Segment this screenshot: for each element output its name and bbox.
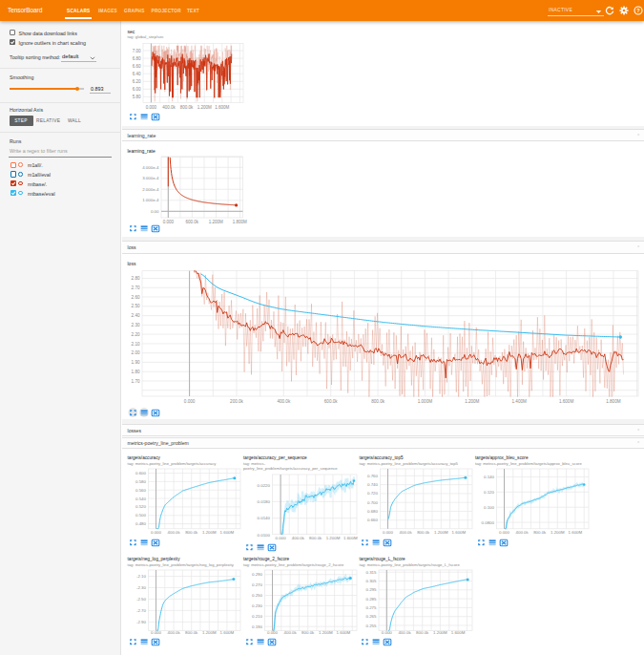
svg-text:0.660: 0.660 <box>367 518 379 522</box>
svg-text:1.200M: 1.200M <box>202 529 217 534</box>
svg-text:0.120: 0.120 <box>484 489 495 494</box>
svg-text:3.000e-4: 3.000e-4 <box>142 176 159 180</box>
svg-text:0.520: 0.520 <box>135 504 147 509</box>
svg-text:1.200M: 1.200M <box>551 529 565 534</box>
svg-text:0.295: 0.295 <box>366 587 378 592</box>
svg-text:0.315: 0.315 <box>366 569 378 574</box>
svg-text:0.480: 0.480 <box>135 521 147 526</box>
svg-text:0.250: 0.250 <box>252 593 263 598</box>
svg-text:0.000: 0.000 <box>184 399 196 404</box>
svg-text:6.20: 6.20 <box>133 79 141 84</box>
svg-text:1.600M: 1.600M <box>452 529 467 534</box>
svg-text:0.000: 0.000 <box>151 630 162 635</box>
svg-text:2.000e-4: 2.000e-4 <box>142 187 159 192</box>
svg-text:6.60: 6.60 <box>133 64 141 69</box>
svg-text:1.600M: 1.600M <box>559 399 573 404</box>
svg-text:600.0k: 600.0k <box>186 220 199 224</box>
svg-text:0.00: 0.00 <box>151 209 159 214</box>
svg-text:1.600M: 1.600M <box>336 630 350 635</box>
svg-text:7.00: 7.00 <box>133 49 141 53</box>
svg-text:2.80: 2.80 <box>132 276 140 281</box>
svg-text:1.600M: 1.600M <box>451 630 466 635</box>
svg-text:0.000: 0.000 <box>146 105 157 110</box>
svg-text:0.305: 0.305 <box>366 579 378 583</box>
svg-text:1.200M: 1.200M <box>209 220 223 224</box>
svg-text:800.0k: 800.0k <box>416 630 429 635</box>
svg-text:4.000e-4: 4.000e-4 <box>142 165 159 170</box>
svg-text:800.0k: 800.0k <box>371 399 384 404</box>
svg-text:1.600M: 1.600M <box>215 105 229 110</box>
svg-text:800.0k: 800.0k <box>185 529 198 534</box>
svg-text:0.680: 0.680 <box>367 509 379 514</box>
svg-text:800.0k: 800.0k <box>185 630 198 635</box>
svg-text:-2.30: -2.30 <box>136 585 147 590</box>
svg-text:400.0k: 400.0k <box>291 536 304 540</box>
svg-text:0.265: 0.265 <box>366 614 378 619</box>
svg-text:5.80: 5.80 <box>133 95 141 99</box>
svg-text:0.0180: 0.0180 <box>257 499 270 504</box>
svg-text:800.0k: 800.0k <box>180 105 194 110</box>
svg-text:1.000e-4: 1.000e-4 <box>142 198 159 202</box>
svg-text:400.0k: 400.0k <box>283 630 297 635</box>
svg-text:0.190: 0.190 <box>252 623 263 628</box>
svg-text:800.0k: 800.0k <box>533 529 547 534</box>
svg-text:1.800M: 1.800M <box>233 220 247 224</box>
svg-text:1.200M: 1.200M <box>318 630 332 635</box>
svg-text:0.740: 0.740 <box>367 482 379 487</box>
svg-text:2.60: 2.60 <box>132 295 140 300</box>
svg-text:400.0k: 400.0k <box>277 399 290 404</box>
svg-text:2.00: 2.00 <box>132 350 140 355</box>
svg-text:0.600: 0.600 <box>135 471 147 475</box>
svg-text:6.40: 6.40 <box>133 72 141 76</box>
svg-text:2.70: 2.70 <box>132 285 140 290</box>
svg-text:0.0800: 0.0800 <box>481 519 494 524</box>
svg-text:1.200M: 1.200M <box>465 399 479 404</box>
svg-text:6.80: 6.80 <box>133 56 141 61</box>
svg-text:1.90: 1.90 <box>132 360 140 365</box>
svg-text:2.10: 2.10 <box>132 342 140 347</box>
svg-text:400.0k: 400.0k <box>168 529 181 534</box>
svg-text:0.230: 0.230 <box>252 603 263 608</box>
svg-text:800.0k: 800.0k <box>309 536 322 540</box>
svg-text:0.255: 0.255 <box>366 623 378 627</box>
svg-text:0.0140: 0.0140 <box>257 516 270 520</box>
svg-text:1.600M: 1.600M <box>220 630 235 635</box>
svg-text:1.200M: 1.200M <box>434 529 448 534</box>
svg-text:0.0100: 0.0100 <box>257 533 270 538</box>
svg-text:0.210: 0.210 <box>252 613 263 618</box>
svg-text:0.000: 0.000 <box>383 529 394 534</box>
svg-text:0.580: 0.580 <box>135 478 147 483</box>
svg-text:0.700: 0.700 <box>367 499 379 504</box>
svg-text:0.540: 0.540 <box>135 496 147 500</box>
svg-text:1.200M: 1.200M <box>433 630 447 635</box>
svg-text:0.000: 0.000 <box>163 220 175 224</box>
svg-text:400.0k: 400.0k <box>515 529 529 534</box>
svg-text:400.0k: 400.0k <box>398 630 411 635</box>
svg-text:0.560: 0.560 <box>135 487 147 492</box>
svg-text:2.40: 2.40 <box>132 313 140 318</box>
svg-text:2.20: 2.20 <box>132 332 140 337</box>
svg-text:-2.70: -2.70 <box>136 608 147 613</box>
svg-text:1.200M: 1.200M <box>197 105 212 110</box>
svg-text:1.800M: 1.800M <box>606 399 620 404</box>
svg-text:1.600M: 1.600M <box>568 529 582 534</box>
svg-text:0.720: 0.720 <box>367 491 379 496</box>
svg-text:400.0k: 400.0k <box>162 105 176 110</box>
svg-text:0.140: 0.140 <box>484 474 495 478</box>
svg-text:2.50: 2.50 <box>132 304 140 308</box>
svg-text:0.290: 0.290 <box>252 572 263 577</box>
svg-text:0.270: 0.270 <box>252 582 263 587</box>
svg-text:800.0k: 800.0k <box>301 630 315 635</box>
svg-text:1.600M: 1.600M <box>343 536 357 540</box>
svg-text:0.0220: 0.0220 <box>257 483 270 488</box>
svg-text:0.100: 0.100 <box>484 504 495 509</box>
svg-text:0.275: 0.275 <box>366 605 378 610</box>
svg-text:1.70: 1.70 <box>132 379 140 384</box>
svg-text:1.200M: 1.200M <box>325 536 340 540</box>
svg-text:1.400M: 1.400M <box>512 399 527 404</box>
svg-text:0.000: 0.000 <box>275 536 286 540</box>
svg-text:800.0k: 800.0k <box>417 529 430 534</box>
svg-text:6.00: 6.00 <box>133 87 141 92</box>
svg-text:-2.10: -2.10 <box>136 574 147 579</box>
svg-text:0.500: 0.500 <box>135 513 147 518</box>
